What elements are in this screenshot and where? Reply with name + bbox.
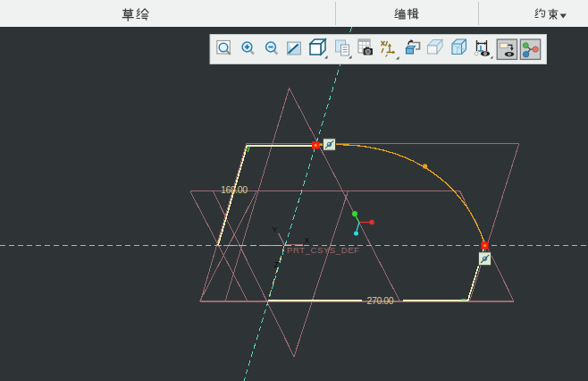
svg-text:160.00: 160.00 <box>221 184 248 195</box>
svg-text:PRT_CSYS_DEF: PRT_CSYS_DEF <box>287 245 359 255</box>
svg-text:Y: Y <box>273 225 278 234</box>
svg-text:X: X <box>305 236 310 245</box>
svg-text:270.00: 270.00 <box>367 295 394 306</box>
svg-text:Z: Z <box>274 260 279 269</box>
